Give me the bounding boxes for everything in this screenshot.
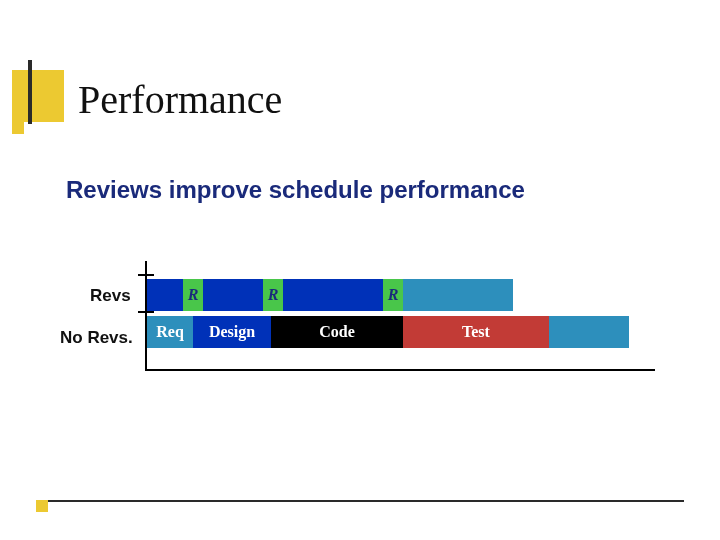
accent-square [12, 70, 64, 122]
footer-square [36, 500, 48, 512]
bar-segment [549, 316, 629, 348]
axis-x [145, 369, 655, 371]
footer-line [36, 500, 684, 502]
bar-segment: R [183, 279, 203, 311]
row-label-revs: Revs [90, 286, 131, 306]
bar-segment: R [383, 279, 403, 311]
bar-segment: Design [193, 316, 271, 348]
axis-y [145, 261, 147, 369]
bar-row-no-revs: ReqDesignCodeTest [147, 316, 629, 348]
bar-segment [147, 279, 183, 311]
bar-segment [203, 279, 263, 311]
page-subtitle: Reviews improve schedule performance [66, 176, 525, 204]
bar-segment: Test [403, 316, 549, 348]
page-title: Performance [78, 76, 282, 123]
schedule-chart: Revs No Revs. RRR ReqDesignCodeTest [60, 256, 640, 386]
row-label-no-revs: No Revs. [60, 328, 133, 348]
bar-segment [403, 279, 513, 311]
title-bar-accent [28, 60, 32, 124]
bar-segment [283, 279, 383, 311]
bar-segment: R [263, 279, 283, 311]
accent-square-small [12, 122, 24, 134]
bar-segment: Req [147, 316, 193, 348]
bar-row-revs: RRR [147, 279, 513, 311]
bar-segment: Code [271, 316, 403, 348]
